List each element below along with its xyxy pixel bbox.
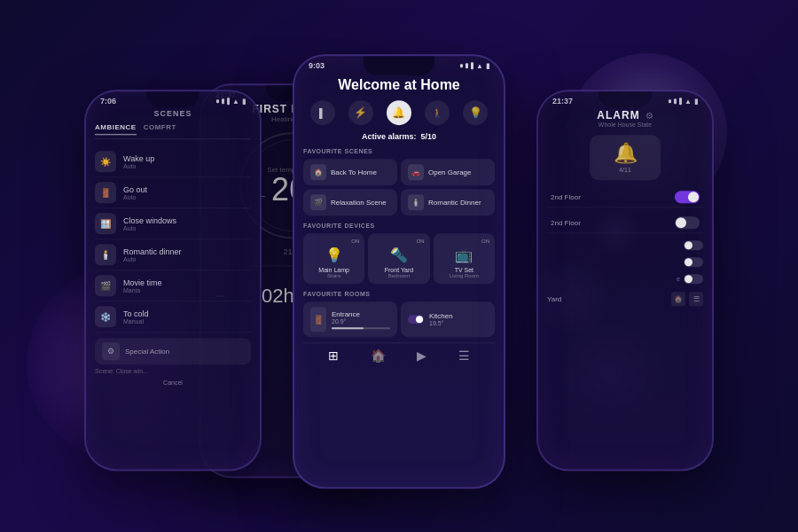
notch-left: [146, 91, 200, 107]
room-name-entrance: Entrance: [332, 310, 390, 318]
icon-person[interactable]: 🚶: [425, 100, 450, 125]
small-toggle-2[interactable]: [684, 257, 703, 267]
list-item[interactable]: ❄️ To cold Manual: [95, 301, 251, 332]
device-on-yard: ON: [373, 239, 424, 244]
device-card-tv[interactable]: ON 📺 TV Set Living Room: [434, 233, 495, 284]
scene-label-romantic: Romantic Dinner: [428, 199, 481, 207]
wifi-icon-left: ▲: [232, 98, 239, 106]
small-toggle-row-3: e: [547, 272, 703, 286]
cancel-button[interactable]: Cancel: [163, 379, 183, 386]
special-action[interactable]: ⚙ Special Action: [95, 338, 251, 364]
toggle-knob-2: [676, 217, 686, 228]
scene-close-text: Scene: Close win...: [95, 368, 251, 374]
small-toggle-3[interactable]: [684, 274, 703, 284]
active-alarms: Active alarms: 5/10: [303, 132, 495, 141]
icon-lightning[interactable]: ⚡: [348, 100, 373, 125]
scene-info-goout: Go out Auto: [123, 185, 251, 200]
alarm-device-card: 🔔 4/11: [590, 135, 661, 180]
room-card-kitchen[interactable]: Kitchen 19.5°: [401, 301, 495, 337]
toggle-label-1: 2nd Floor: [551, 193, 581, 201]
device-card-lamp[interactable]: ON 💡 Main Lamp Stairs: [303, 233, 364, 284]
tab-comfort[interactable]: COMFRT: [144, 123, 176, 135]
status-icons-left: ▲ ▮: [216, 98, 246, 106]
list-item[interactable]: 🕯️ Romantic dinner Auto: [95, 239, 251, 270]
scene-sub-dinner: Auto: [123, 256, 251, 262]
special-action-label: Special Action: [125, 348, 169, 356]
device-name-tv: TV Set: [439, 267, 489, 273]
center-title: Welcome at Home: [303, 77, 495, 93]
phone-center: 9:03 ▲ ▮ Welcome at Home ▌ ⚡ 🔔 🚶 💡 Activ…: [293, 54, 505, 489]
scene-sub-windows: Auto: [123, 225, 251, 231]
scene-card-back-home[interactable]: 🏠 Back To Home: [303, 159, 397, 185]
toggle-switch-2[interactable]: [675, 216, 700, 229]
rooms-row: 🚪 Entrance 20.9° Kitchen: [303, 301, 495, 337]
signal-c-3: [471, 62, 473, 69]
toggle-switch-1[interactable]: [675, 191, 700, 203]
phone-right: 21:37 ▲ ▮ ALARM ⚙ Whole House State 🔔: [536, 90, 714, 471]
commit-bar: Cancel: [95, 379, 251, 386]
alarm-sub: Whole House State: [547, 121, 703, 128]
left-tabs: AMBIENCE COMFRT: [95, 123, 251, 139]
time-center: 9:03: [309, 61, 325, 70]
device-icon-yard: 🔦: [373, 246, 424, 263]
scene-card-relax[interactable]: 🎬 Relaxation Scene: [303, 189, 397, 215]
menu-yard-icon[interactable]: ☰: [689, 292, 703, 306]
signal-r-2: [674, 98, 677, 104]
scene-label-home: Back To Home: [331, 168, 377, 176]
scene-info-dinner: Romantic dinner Auto: [123, 247, 251, 262]
device-card-yard[interactable]: ON 🔦 Front Yard Bedroom: [368, 233, 429, 284]
room-toggle-kitchen[interactable]: [408, 315, 424, 324]
room-icon-entrance: 🚪: [310, 307, 326, 332]
scene-name-windows: Close windows: [123, 216, 251, 225]
scene-name-movie: Movie time: [123, 278, 251, 287]
yard-label: Yard: [547, 295, 561, 303]
scene-icon-dinner: 🕯️: [95, 244, 116, 265]
list-item[interactable]: 🚪 Go out Auto: [95, 177, 251, 208]
yard-section-label: e: [677, 276, 680, 282]
wifi-icon-right: ▲: [685, 98, 692, 106]
scene-icon-romantic: 🕯️: [408, 194, 424, 210]
room-temp-entrance: 20.9°: [332, 318, 390, 325]
scene-card-garage[interactable]: 🚗 Open Garage: [401, 159, 495, 185]
nav-play-icon[interactable]: ▶: [417, 348, 426, 363]
phone-left: 7:06 ▲ ▮ SCENES AMBIENCE COMFRT ☀️ Wake …: [84, 90, 262, 471]
device-name-yard: Front Yard: [373, 267, 424, 273]
list-item[interactable]: 🎬 Movie time Mania: [95, 270, 251, 301]
icon-bell[interactable]: 🔔: [387, 100, 411, 125]
center-screen: Welcome at Home ▌ ⚡ 🔔 🚶 💡 Active alarms:…: [294, 72, 504, 478]
scene-icon-garage: 🚗: [408, 164, 424, 180]
settings-icon[interactable]: ⚙: [645, 111, 653, 121]
list-item[interactable]: ☀️ Wake up Auto: [95, 146, 251, 177]
alarm-title: ALARM: [597, 109, 639, 121]
toggle-row-1: 2nd Floor: [547, 187, 703, 207]
scene-card-romantic[interactable]: 🕯️ Romantic Dinner: [401, 189, 495, 215]
device-icon-lamp: 💡: [309, 246, 359, 263]
device-on-tv: ON: [439, 239, 489, 244]
icon-bulb[interactable]: 💡: [463, 100, 488, 125]
tab-ambience[interactable]: AMBIENCE: [95, 123, 137, 135]
signal-r-3: [679, 98, 682, 105]
list-item[interactable]: 🪟 Close windows Auto: [95, 208, 251, 239]
alarms-label: Active alarms:: [362, 132, 417, 141]
icon-thermometer[interactable]: ▌: [310, 100, 335, 125]
scene-sub-cold: Manual: [123, 318, 251, 325]
small-toggle-knob-2: [685, 258, 692, 266]
alarm-device-icon: 🔔: [602, 142, 648, 165]
yard-icon-group: 🏠 ☰: [671, 292, 703, 306]
nav-menu-icon[interactable]: ☰: [458, 348, 470, 363]
notch-center: [364, 56, 434, 75]
right-header: ALARM ⚙ Whole House State: [547, 109, 703, 128]
toggle-label-2: 2nd Floor: [551, 219, 581, 227]
scene-info-movie: Movie time Mania: [123, 278, 251, 293]
special-action-icon: ⚙: [102, 342, 120, 360]
signal-c-1: [460, 64, 463, 67]
small-toggle-1[interactable]: [684, 240, 703, 250]
scene-label-relax: Relaxation Scene: [331, 199, 387, 207]
home-yard-icon[interactable]: 🏠: [671, 292, 685, 306]
room-card-entrance[interactable]: 🚪 Entrance 20.9°: [303, 301, 397, 337]
nav-home-icon[interactable]: 🏠: [371, 348, 386, 363]
scene-info-windows: Close windows Auto: [123, 216, 251, 231]
scene-icon-home: 🏠: [310, 164, 326, 180]
notch-right: [598, 91, 652, 107]
nav-grid-icon[interactable]: ⊞: [328, 348, 339, 363]
